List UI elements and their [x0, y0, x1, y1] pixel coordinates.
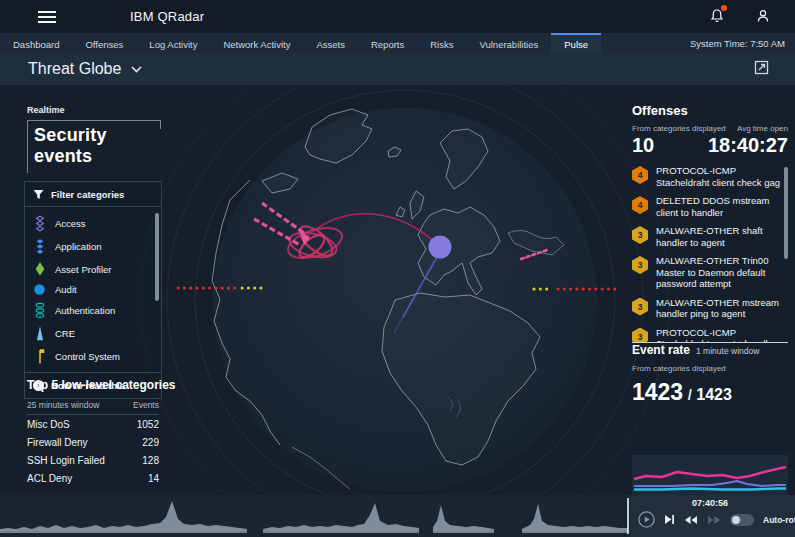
category-item-cre[interactable]: CRE: [25, 322, 161, 345]
offense-list: 4PROTOCOL-ICMP Stacheldraht client check…: [632, 165, 788, 343]
tab-pulse[interactable]: Pulse: [551, 33, 601, 53]
offense-count: 10: [632, 134, 654, 157]
offense-text: PROTOCOL-ICMP Stacheldraht client check …: [656, 165, 788, 188]
severity-hexagon-badge: 4: [632, 196, 648, 214]
category-events-count: 229: [142, 437, 159, 448]
category-name: Misc DoS: [27, 419, 70, 430]
category-label: Audit: [55, 284, 77, 295]
avg-time-open-label: Avg time open: [737, 124, 788, 133]
table-row[interactable]: ACL Deny14: [27, 469, 159, 487]
severity-hexagon-badge: 3: [632, 226, 648, 244]
category-item-audit[interactable]: Audit: [25, 280, 161, 299]
avg-time-open-value: 18:40:27: [708, 134, 788, 157]
category-name: SSH Login Failed: [27, 455, 105, 466]
sparkline-pink: [634, 467, 786, 479]
filter-categories-button[interactable]: Filter categories: [25, 182, 161, 207]
column-window: 25 minutes window: [27, 400, 99, 410]
offense-text: MALWARE-OTHER Trin00 Master to Daemon de…: [656, 255, 788, 290]
threat-globe-stage: Realtime Security events Filter categori…: [0, 85, 795, 495]
page-title: Threat Globe: [28, 60, 121, 78]
tab-vulnerabilities[interactable]: Vulnerabilities: [466, 33, 551, 53]
category-list: AccessApplicationAsset ProfilerAuditAuth…: [25, 207, 161, 372]
severity-hexagon-badge: 3: [632, 256, 648, 274]
tab-network-activity[interactable]: Network Activity: [210, 33, 303, 53]
from-categories-label: From categories displayed: [632, 124, 726, 133]
offense-item[interactable]: 4DELETED DDOS mstream client to handler: [632, 195, 788, 218]
asset-profiler-category-icon: [33, 261, 46, 277]
filter-categories-label: Filter categories: [51, 189, 124, 200]
application-category-icon: [33, 238, 46, 255]
play-button[interactable]: [638, 511, 655, 528]
category-item-asset-profiler[interactable]: Asset Profiler: [25, 258, 161, 280]
fast-forward-icon: [707, 515, 721, 525]
offense-text: MALWARE-OTHER mstream handler ping to ag…: [656, 297, 788, 320]
tab-reports[interactable]: Reports: [358, 33, 417, 53]
offense-item[interactable]: 3MALWARE-OTHER mstream handler ping to a…: [632, 297, 788, 320]
event-rate-separator: /: [688, 386, 692, 403]
rewind-icon: [684, 515, 698, 525]
category-events-count: 128: [142, 455, 159, 466]
nav-tabs: DashboardOffensesLog ActivityNetwork Act…: [0, 33, 601, 53]
auto-rotate-toggle[interactable]: [730, 514, 754, 526]
offenses-panel: Offenses From categories displayed Avg t…: [632, 103, 788, 343]
category-label: CRE: [55, 328, 75, 339]
user-icon: [755, 8, 771, 24]
event-timeline[interactable]: [0, 495, 630, 537]
column-events: Events: [133, 400, 159, 410]
main-nav: DashboardOffensesLog ActivityNetwork Act…: [0, 33, 795, 53]
event-rate-sparkline: [632, 455, 788, 495]
cre-category-icon: [33, 325, 46, 342]
category-list-scrollbar[interactable]: [155, 213, 159, 301]
rewind-button[interactable]: [684, 515, 698, 525]
offense-text: MALWARE-OTHER shaft handler to agent: [656, 225, 788, 248]
category-item-access[interactable]: Access: [25, 212, 161, 235]
offense-list-scrollbar[interactable]: [784, 167, 788, 259]
offenses-sublabels: From categories displayed Avg time open: [632, 124, 788, 133]
playback-timestamp: 07:40:56: [692, 498, 728, 508]
open-new-window-button[interactable]: [754, 60, 769, 79]
category-events-count: 14: [148, 473, 159, 484]
timeline-waveform: [0, 501, 628, 533]
category-item-control-system[interactable]: Control System: [25, 345, 161, 368]
event-rate-total: 1423: [696, 386, 732, 403]
tab-dashboard[interactable]: Dashboard: [0, 33, 72, 53]
skip-forward-icon: [664, 514, 675, 525]
sparkline-purple: [634, 481, 786, 486]
event-rate-panel: Event rate 1 minute window From categori…: [632, 343, 788, 406]
sparkline-cyan: [634, 489, 786, 490]
offense-item[interactable]: 3MALWARE-OTHER shaft handler to agent: [632, 225, 788, 248]
notification-badge: [721, 5, 727, 11]
tab-offenses[interactable]: Offenses: [72, 33, 136, 53]
tab-log-activity[interactable]: Log Activity: [136, 33, 210, 53]
category-label: Application: [55, 241, 101, 252]
security-events-panel: Realtime Security events Filter categori…: [14, 105, 164, 399]
offense-item[interactable]: 3PROTOCOL-ICMP Stacheldraht agent->handl…: [632, 327, 788, 344]
offense-item[interactable]: 3MALWARE-OTHER Trin00 Master to Daemon d…: [632, 255, 788, 290]
top-categories-table: Top 5 low-level categories 25 minutes wi…: [27, 378, 223, 487]
app-brand: IBM QRadar: [130, 9, 204, 24]
tab-risks[interactable]: Risks: [417, 33, 466, 53]
hamburger-menu-icon[interactable]: [38, 11, 56, 23]
offense-item[interactable]: 4PROTOCOL-ICMP Stacheldraht client check…: [632, 165, 788, 188]
realtime-label: Realtime: [27, 105, 164, 115]
table-row[interactable]: Misc DoS1052: [27, 415, 159, 433]
table-row[interactable]: Firewall Deny229: [27, 433, 159, 451]
category-events-count: 1052: [137, 419, 159, 430]
table-row[interactable]: SSH Login Failed128: [27, 451, 159, 469]
category-item-application[interactable]: Application: [25, 235, 161, 258]
auto-rotate-label: Auto-rotate Globe: [763, 515, 795, 525]
fast-forward-button[interactable]: [707, 515, 721, 525]
skip-to-live-button[interactable]: [664, 514, 675, 525]
top-bar: IBM QRadar: [0, 0, 795, 33]
tab-assets[interactable]: Assets: [303, 33, 358, 53]
top-categories-header: 25 minutes window Events: [27, 400, 159, 415]
audit-category-icon: [33, 283, 46, 296]
chevron-down-icon: [131, 66, 142, 73]
event-rate-window: 1 minute window: [696, 346, 759, 356]
dashboard-selector[interactable]: Threat Globe: [28, 60, 142, 78]
category-name: Firewall Deny: [27, 437, 88, 448]
account-button[interactable]: [753, 6, 773, 26]
category-item-authentication[interactable]: Authentication: [25, 299, 161, 322]
notifications-button[interactable]: [707, 6, 727, 26]
playback-strip: 07:40:56: [0, 495, 795, 537]
